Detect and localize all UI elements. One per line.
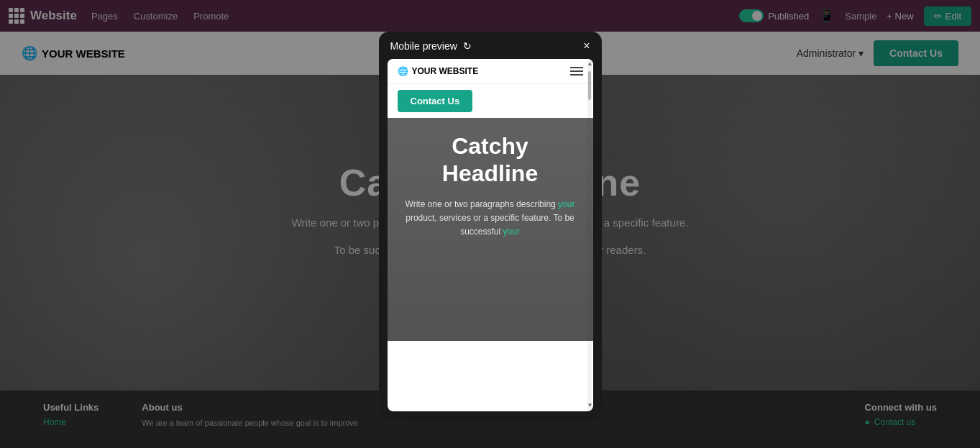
mobile-hero: Catchy Headline Write one or two paragra… (388, 118, 593, 341)
mobile-logo: 🌐 YOUR WEBSITE (398, 66, 479, 76)
mobile-contact-wrap: Contact Us (388, 84, 593, 118)
hamburger-line-1 (570, 67, 583, 68)
modal-title-text: Mobile preview (390, 40, 457, 52)
mobile-logo-text: YOUR WEBSITE (412, 66, 479, 76)
phone-frame: 🌐 YOUR WEBSITE Contact Us Catchy Headlin… (388, 59, 593, 411)
modal-overlay: Mobile preview ↻ × 🌐 YOUR WEBSITE (0, 0, 980, 448)
mobile-preview-modal: Mobile preview ↻ × 🌐 YOUR WEBSITE (379, 32, 602, 420)
scrollbar-thumb[interactable] (588, 71, 591, 100)
refresh-icon[interactable]: ↻ (463, 40, 472, 52)
mobile-hero-title-line2: Headline (442, 160, 538, 187)
scroll-down-arrow[interactable]: ▼ (587, 401, 592, 410)
mobile-hero-subtitle: Write one or two paragraphs describing y… (398, 198, 583, 239)
phone-scrollbar[interactable]: ▲ ▼ (587, 59, 592, 411)
modal-header: Mobile preview ↻ × (388, 40, 593, 52)
scroll-up-arrow[interactable]: ▲ (587, 59, 592, 68)
mobile-hero-title: Catchy Headline (442, 132, 538, 188)
mobile-hero-title-line1: Catchy (442, 132, 538, 160)
mobile-contact-button[interactable]: Contact Us (398, 90, 473, 112)
hamburger-line-2 (570, 70, 583, 72)
teal-word-your2: your (503, 227, 520, 237)
hamburger-line-3 (570, 74, 583, 76)
mobile-globe-icon: 🌐 (398, 66, 408, 76)
teal-word-your: your (558, 199, 574, 209)
mobile-site-nav: 🌐 YOUR WEBSITE (388, 59, 593, 84)
modal-close-button[interactable]: × (583, 40, 590, 52)
hamburger-menu[interactable] (570, 67, 583, 76)
modal-title-area: Mobile preview ↻ (390, 40, 472, 52)
